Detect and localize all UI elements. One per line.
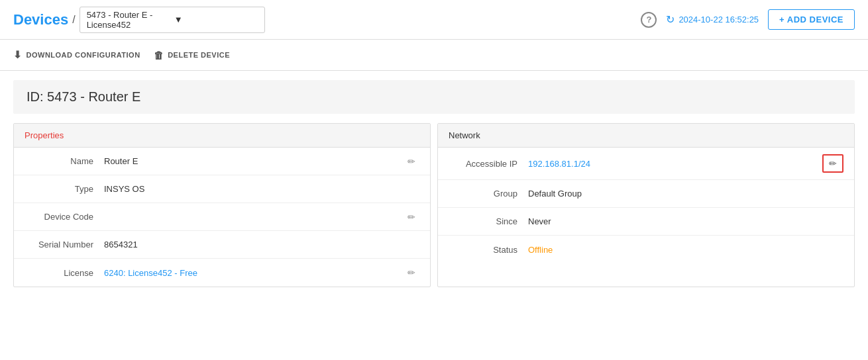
property-row-device-code: Device Code ✏ — [14, 203, 430, 231]
breadcrumb-dropdown[interactable]: 5473 - Router E - License452 ▼ — [80, 7, 265, 33]
property-value-type: INSYS OS — [104, 184, 419, 194]
trash-icon: 🗑 — [154, 50, 164, 61]
header-left: Devices / 5473 - Router E - License452 ▼ — [13, 7, 265, 33]
edit-name-icon[interactable]: ✏ — [404, 155, 419, 168]
network-value-since: Never — [528, 216, 843, 226]
property-label-type: Type — [25, 184, 104, 194]
network-label-since: Since — [449, 216, 528, 226]
download-config-label: DOWNLOAD CONFIGURATION — [27, 51, 140, 59]
toolbar: ⬇ DOWNLOAD CONFIGURATION 🗑 DELETE DEVICE — [0, 40, 868, 71]
property-row-license: License 6240: License452 - Free ✏ — [14, 259, 430, 287]
properties-panel-header: Properties — [14, 124, 430, 148]
breadcrumb-separator: / — [72, 14, 75, 26]
property-label-device-code: Device Code — [25, 212, 104, 222]
property-value-serial: 8654321 — [104, 240, 419, 249]
refresh-icon: ↻ — [666, 13, 675, 26]
edit-license-icon[interactable]: ✏ — [404, 266, 419, 279]
timestamp: 2024-10-22 16:52:25 — [678, 15, 759, 24]
properties-panel: Properties Name Router E ✏ Type INSYS OS… — [13, 123, 431, 287]
property-label-license: License — [25, 268, 104, 278]
network-label-status: Status — [449, 245, 528, 255]
delete-device-label: DELETE DEVICE — [168, 51, 230, 59]
header-right: ? ↻ 2024-10-22 16:52:25 + ADD DEVICE — [641, 9, 855, 30]
network-row-group: Group Default Group — [438, 180, 854, 208]
edit-device-code-icon[interactable]: ✏ — [404, 210, 419, 224]
property-row-name: Name Router E ✏ — [14, 148, 430, 175]
help-icon[interactable]: ? — [641, 12, 657, 28]
property-label-name: Name — [25, 156, 104, 166]
network-value-status: Offline — [528, 245, 843, 255]
chevron-down-icon: ▼ — [174, 15, 258, 24]
property-row-type: Type INSYS OS — [14, 175, 430, 203]
property-label-serial: Serial Number — [25, 240, 104, 249]
breadcrumb-device-name: 5473 - Router E - License452 — [87, 10, 170, 30]
header: Devices / 5473 - Router E - License452 ▼… — [0, 0, 868, 40]
network-row-status: Status Offline — [438, 236, 854, 263]
property-row-serial: Serial Number 8654321 — [14, 231, 430, 259]
panels: Properties Name Router E ✏ Type INSYS OS… — [13, 123, 855, 287]
network-row-since: Since Never — [438, 208, 854, 236]
property-value-license[interactable]: 6240: License452 - Free — [104, 268, 404, 278]
network-row-ip: Accessible IP 192.168.81.1/24 ✏ — [438, 148, 854, 180]
device-id-header: ID: 5473 - Router E — [13, 80, 855, 114]
network-value-ip[interactable]: 192.168.81.1/24 — [528, 159, 822, 169]
property-value-name: Router E — [104, 156, 404, 166]
network-panel: Network Accessible IP 192.168.81.1/24 ✏ … — [437, 123, 855, 287]
network-label-group: Group — [449, 189, 528, 199]
network-panel-header: Network — [438, 124, 854, 148]
delete-device-button[interactable]: 🗑 DELETE DEVICE — [154, 50, 230, 61]
network-value-group: Default Group — [528, 189, 843, 199]
edit-ip-icon[interactable]: ✏ — [822, 154, 843, 173]
download-config-button[interactable]: ⬇ DOWNLOAD CONFIGURATION — [13, 49, 140, 61]
network-label-ip: Accessible IP — [449, 159, 528, 169]
device-id-title: ID: 5473 - Router E — [27, 89, 841, 105]
add-device-button[interactable]: + ADD DEVICE — [768, 9, 855, 30]
download-icon: ⬇ — [13, 49, 23, 61]
refresh-button[interactable]: ↻ 2024-10-22 16:52:25 — [666, 13, 759, 26]
devices-link[interactable]: Devices — [13, 11, 68, 28]
